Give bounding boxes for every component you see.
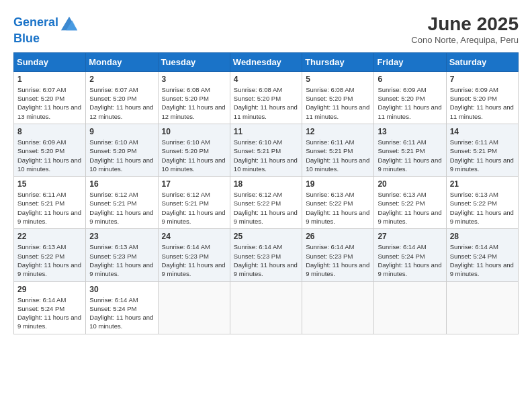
day-number: 4 (234, 75, 298, 84)
day-cell-14: 14Sunrise: 6:11 AMSunset: 5:21 PMDayligh… (446, 124, 518, 176)
day-cell-5: 5Sunrise: 6:08 AMSunset: 5:20 PMDaylight… (302, 71, 374, 124)
day-number: 22 (17, 232, 82, 241)
day-info: Sunrise: 6:14 AMSunset: 5:24 PMDaylight:… (378, 242, 442, 278)
day-info: Sunrise: 6:11 AMSunset: 5:21 PMDaylight:… (306, 138, 370, 173)
day-cell-20: 20Sunrise: 6:13 AMSunset: 5:22 PMDayligh… (374, 177, 446, 229)
day-info: Sunrise: 6:10 AMSunset: 5:20 PMDaylight:… (89, 138, 154, 173)
day-info: Sunrise: 6:11 AMSunset: 5:21 PMDaylight:… (378, 138, 442, 173)
day-info: Sunrise: 6:10 AMSunset: 5:21 PMDaylight:… (234, 138, 298, 173)
day-number: 23 (89, 232, 154, 241)
day-info: Sunrise: 6:13 AMSunset: 5:22 PMDaylight:… (450, 190, 515, 226)
day-number: 30 (89, 285, 154, 294)
day-number: 20 (378, 179, 442, 189)
day-number: 24 (162, 232, 226, 241)
empty-cell (446, 281, 518, 334)
location: Cono Norte, Arequipa, Peru (411, 35, 519, 45)
day-cell-25: 25Sunrise: 6:14 AMSunset: 5:23 PMDayligh… (230, 229, 302, 281)
day-info: Sunrise: 6:08 AMSunset: 5:20 PMDaylight:… (162, 85, 226, 121)
day-info: Sunrise: 6:12 AMSunset: 5:22 PMDaylight:… (234, 190, 298, 226)
day-number: 17 (162, 179, 226, 189)
calendar-week-5: 29Sunrise: 6:14 AMSunset: 5:24 PMDayligh… (14, 281, 519, 334)
day-cell-30: 30Sunrise: 6:14 AMSunset: 5:24 PMDayligh… (86, 281, 158, 334)
day-info: Sunrise: 6:14 AMSunset: 5:24 PMDaylight:… (450, 242, 515, 278)
day-cell-21: 21Sunrise: 6:13 AMSunset: 5:22 PMDayligh… (446, 177, 518, 229)
day-cell-16: 16Sunrise: 6:12 AMSunset: 5:21 PMDayligh… (86, 177, 158, 229)
title-block: June 2025 Cono Norte, Arequipa, Peru (411, 13, 519, 45)
day-info: Sunrise: 6:09 AMSunset: 5:20 PMDaylight:… (378, 85, 442, 121)
day-info: Sunrise: 6:08 AMSunset: 5:20 PMDaylight:… (306, 85, 370, 121)
day-cell-15: 15Sunrise: 6:11 AMSunset: 5:21 PMDayligh… (14, 177, 86, 229)
day-info: Sunrise: 6:11 AMSunset: 5:21 PMDaylight:… (450, 138, 515, 173)
day-cell-1: 1Sunrise: 6:07 AMSunset: 5:20 PMDaylight… (14, 71, 86, 124)
day-info: Sunrise: 6:12 AMSunset: 5:21 PMDaylight:… (89, 190, 154, 226)
day-info: Sunrise: 6:07 AMSunset: 5:20 PMDaylight:… (89, 85, 154, 121)
day-info: Sunrise: 6:14 AMSunset: 5:24 PMDaylight:… (89, 295, 154, 331)
day-number: 21 (450, 179, 515, 189)
calendar-week-2: 8Sunrise: 6:09 AMSunset: 5:20 PMDaylight… (14, 124, 519, 176)
day-info: Sunrise: 6:09 AMSunset: 5:20 PMDaylight:… (450, 85, 515, 121)
day-number: 15 (17, 179, 82, 189)
day-number: 13 (378, 127, 442, 136)
day-cell-9: 9Sunrise: 6:10 AMSunset: 5:20 PMDaylight… (86, 124, 158, 176)
column-header-wednesday: Wednesday (230, 52, 302, 71)
day-info: Sunrise: 6:10 AMSunset: 5:20 PMDaylight:… (162, 138, 226, 173)
day-number: 18 (234, 179, 298, 189)
calendar-week-4: 22Sunrise: 6:13 AMSunset: 5:22 PMDayligh… (14, 229, 519, 281)
day-cell-23: 23Sunrise: 6:13 AMSunset: 5:23 PMDayligh… (86, 229, 158, 281)
calendar-table: SundayMondayTuesdayWednesdayThursdayFrid… (13, 52, 519, 334)
empty-cell (302, 281, 374, 334)
day-cell-11: 11Sunrise: 6:10 AMSunset: 5:21 PMDayligh… (230, 124, 302, 176)
column-header-saturday: Saturday (446, 52, 518, 71)
day-info: Sunrise: 6:14 AMSunset: 5:23 PMDaylight:… (234, 242, 298, 278)
day-number: 10 (162, 127, 226, 136)
day-cell-18: 18Sunrise: 6:12 AMSunset: 5:22 PMDayligh… (230, 177, 302, 229)
day-cell-29: 29Sunrise: 6:14 AMSunset: 5:24 PMDayligh… (14, 281, 86, 334)
day-cell-10: 10Sunrise: 6:10 AMSunset: 5:20 PMDayligh… (158, 124, 230, 176)
empty-cell (158, 281, 230, 334)
day-cell-8: 8Sunrise: 6:09 AMSunset: 5:20 PMDaylight… (14, 124, 86, 176)
day-number: 7 (450, 75, 515, 84)
day-cell-7: 7Sunrise: 6:09 AMSunset: 5:20 PMDaylight… (446, 71, 518, 124)
day-info: Sunrise: 6:14 AMSunset: 5:23 PMDaylight:… (162, 242, 226, 278)
day-number: 26 (306, 232, 370, 241)
day-cell-28: 28Sunrise: 6:14 AMSunset: 5:24 PMDayligh… (446, 229, 518, 281)
day-cell-6: 6Sunrise: 6:09 AMSunset: 5:20 PMDaylight… (374, 71, 446, 124)
day-info: Sunrise: 6:12 AMSunset: 5:21 PMDaylight:… (162, 190, 226, 226)
day-info: Sunrise: 6:13 AMSunset: 5:22 PMDaylight:… (17, 242, 82, 278)
day-cell-26: 26Sunrise: 6:14 AMSunset: 5:23 PMDayligh… (302, 229, 374, 281)
day-number: 14 (450, 127, 515, 136)
day-number: 3 (162, 75, 226, 84)
day-cell-17: 17Sunrise: 6:12 AMSunset: 5:21 PMDayligh… (158, 177, 230, 229)
day-number: 28 (450, 232, 515, 241)
day-info: Sunrise: 6:14 AMSunset: 5:24 PMDaylight:… (17, 295, 82, 331)
logo: General Blue (13, 13, 79, 46)
day-info: Sunrise: 6:14 AMSunset: 5:23 PMDaylight:… (306, 242, 370, 278)
day-number: 25 (234, 232, 298, 241)
day-number: 6 (378, 75, 442, 84)
day-info: Sunrise: 6:13 AMSunset: 5:22 PMDaylight:… (378, 190, 442, 226)
column-header-friday: Friday (374, 52, 446, 71)
calendar-week-1: 1Sunrise: 6:07 AMSunset: 5:20 PMDaylight… (14, 71, 519, 124)
day-number: 8 (17, 127, 82, 136)
day-cell-2: 2Sunrise: 6:07 AMSunset: 5:20 PMDaylight… (86, 71, 158, 124)
day-info: Sunrise: 6:08 AMSunset: 5:20 PMDaylight:… (234, 85, 298, 121)
day-cell-27: 27Sunrise: 6:14 AMSunset: 5:24 PMDayligh… (374, 229, 446, 281)
day-number: 11 (234, 127, 298, 136)
day-number: 12 (306, 127, 370, 136)
day-info: Sunrise: 6:13 AMSunset: 5:22 PMDaylight:… (306, 190, 370, 226)
day-number: 1 (17, 75, 82, 84)
column-header-thursday: Thursday (302, 52, 374, 71)
day-info: Sunrise: 6:13 AMSunset: 5:23 PMDaylight:… (89, 242, 154, 278)
day-info: Sunrise: 6:11 AMSunset: 5:21 PMDaylight:… (17, 190, 82, 226)
calendar-week-3: 15Sunrise: 6:11 AMSunset: 5:21 PMDayligh… (14, 177, 519, 229)
day-number: 2 (89, 75, 154, 84)
day-cell-13: 13Sunrise: 6:11 AMSunset: 5:21 PMDayligh… (374, 124, 446, 176)
column-header-sunday: Sunday (14, 52, 86, 71)
day-cell-24: 24Sunrise: 6:14 AMSunset: 5:23 PMDayligh… (158, 229, 230, 281)
logo-text: General Blue (13, 13, 79, 46)
day-cell-19: 19Sunrise: 6:13 AMSunset: 5:22 PMDayligh… (302, 177, 374, 229)
calendar-header-row: SundayMondayTuesdayWednesdayThursdayFrid… (14, 52, 519, 71)
day-info: Sunrise: 6:07 AMSunset: 5:20 PMDaylight:… (17, 85, 82, 121)
day-number: 27 (378, 232, 442, 241)
day-number: 5 (306, 75, 370, 84)
